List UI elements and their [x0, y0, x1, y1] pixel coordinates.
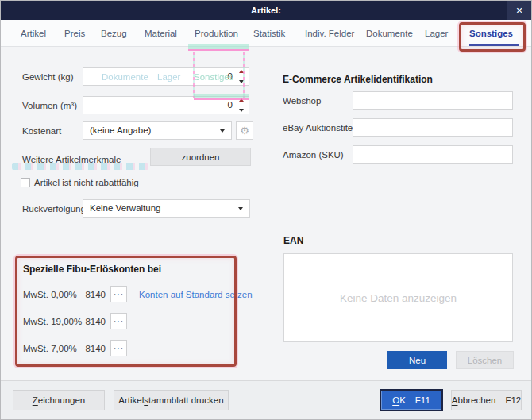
tab-lager[interactable]: Lager [425, 20, 448, 47]
gewicht-label: Gewicht (kg) [22, 71, 74, 83]
tab-indiv-felder[interactable]: Indiv. Felder [305, 20, 354, 47]
button-label: Artikel [118, 395, 144, 405]
button-label: bbrechen [457, 395, 495, 405]
tab-statistik[interactable]: Statistik [253, 20, 285, 47]
fibu-row-browse-button[interactable]: ··· [110, 340, 127, 356]
spinner-up-icon[interactable] [239, 98, 244, 102]
konten-standard-link[interactable]: Konten auf Standard setzen [139, 290, 253, 299]
chevron-down-icon [238, 207, 243, 210]
merkmale-label: Weitere Artikelmerkmale [22, 154, 121, 165]
artikel-dialog: Artikel: ✕ Artikel Preis Bezug Material … [0, 0, 532, 420]
zeichnungen-button[interactable]: Zeichnungen [13, 390, 105, 410]
mnemonic-letter: Z [33, 395, 38, 405]
button-label: K [399, 395, 406, 405]
tab-bar: Artikel Preis Bezug Material Produktion … [1, 20, 531, 47]
dialog-title: Artikel: [251, 6, 281, 15]
ellipsis-icon: ··· [114, 290, 124, 299]
ellipsis-icon: ··· [114, 317, 124, 326]
fibu-row-label: MwSt. 7,00% [23, 343, 77, 354]
rueckverfolgung-dropdown[interactable]: Keine Verwaltung [83, 199, 250, 218]
tab-dokumente[interactable]: Dokumente [366, 20, 413, 47]
tab-produktion[interactable]: Produktion [195, 20, 238, 47]
tab-material[interactable]: Material [145, 20, 177, 47]
zuordnen-button[interactable]: zuordnen [150, 148, 251, 166]
tab-preis[interactable]: Preis [64, 20, 85, 47]
ebay-label: eBay Auktionstitel [283, 122, 355, 133]
fibu-row-label: MwSt. 19,00% [23, 316, 82, 327]
gewicht-value: 0 [228, 68, 233, 85]
fibu-row-browse-button[interactable]: ··· [110, 286, 127, 302]
gewicht-field[interactable]: 0 [83, 67, 249, 86]
ebay-input[interactable] [353, 118, 513, 137]
amazon-label: Amazon (SKU) [283, 149, 344, 160]
shortcut-label: F12 [505, 395, 521, 405]
kostenart-value: (keine Angabe) [90, 122, 151, 139]
abbrechen-button[interactable]: AbbrechenF12 [451, 390, 522, 410]
volumen-value: 0 [228, 97, 233, 114]
spinner-down-icon[interactable] [239, 80, 244, 83]
rueckverfolgung-label: Rückverfolgung [22, 203, 86, 214]
fibu-row-value: 8140 [83, 316, 106, 327]
artikelstammblatt-drucken-button[interactable]: Artikelstammblatt drucken [114, 390, 229, 410]
kostenart-dropdown[interactable]: (keine Angabe) [83, 121, 232, 140]
title-bar: Artikel: ✕ [1, 1, 531, 20]
shortcut-label: F11 [415, 395, 430, 405]
ean-neu-button[interactable]: Neu [387, 351, 447, 369]
ok-button[interactable]: OKF11 [380, 389, 443, 411]
ean-list[interactable]: Keine Daten anzuzeigen [283, 253, 513, 342]
fibu-row-value: 8140 [83, 343, 106, 354]
volumen-spinner[interactable] [237, 98, 246, 112]
fibu-row-label: MwSt. 0,00% [23, 289, 77, 300]
mnemonic-letter: A [452, 395, 458, 405]
ecommerce-heading: E-Commerce Artikelidentifikation [283, 74, 433, 85]
ellipsis-icon: ··· [114, 344, 124, 353]
chevron-down-icon [220, 129, 225, 133]
mnemonic-letter: O [392, 395, 399, 405]
kostenart-label: Kostenart [22, 125, 61, 137]
webshop-label: Webshop [283, 95, 321, 106]
gewicht-spinner[interactable] [237, 70, 246, 83]
fibu-row-value: 8140 [83, 289, 106, 300]
spinner-up-icon[interactable] [239, 70, 244, 73]
button-label: eichnungen [38, 395, 85, 405]
fibu-heading: Spezielle Fibu-Erlöskonten bei [23, 264, 161, 275]
tab-bezug[interactable]: Bezug [101, 20, 127, 47]
tab-sonstiges[interactable]: Sonstiges [469, 20, 519, 47]
ean-loeschen-button[interactable]: Löschen [456, 351, 514, 369]
spinner-down-icon[interactable] [239, 109, 244, 112]
gear-icon: ⚙ [240, 125, 249, 137]
button-label: tammblatt drucken [148, 395, 224, 405]
ean-empty-text: Keine Daten anzuzeigen [340, 292, 457, 304]
ean-heading: EAN [283, 235, 303, 246]
kostenart-settings-button[interactable]: ⚙ [236, 121, 253, 140]
tab-artikel[interactable]: Artikel [21, 20, 46, 47]
close-icon: ✕ [515, 6, 522, 16]
close-button[interactable]: ✕ [507, 1, 531, 20]
rabatt-checkbox-label[interactable]: Artikel ist nicht rabattfähig [34, 177, 139, 188]
rabatt-checkbox[interactable] [21, 178, 30, 187]
volumen-field[interactable]: 0 [83, 96, 249, 114]
amazon-input[interactable] [353, 145, 513, 164]
fibu-row-browse-button[interactable]: ··· [110, 313, 127, 329]
rueckverfolgung-value: Keine Verwaltung [90, 200, 161, 217]
volumen-label: Volumen (m³) [22, 100, 77, 111]
webshop-input[interactable] [353, 91, 513, 110]
